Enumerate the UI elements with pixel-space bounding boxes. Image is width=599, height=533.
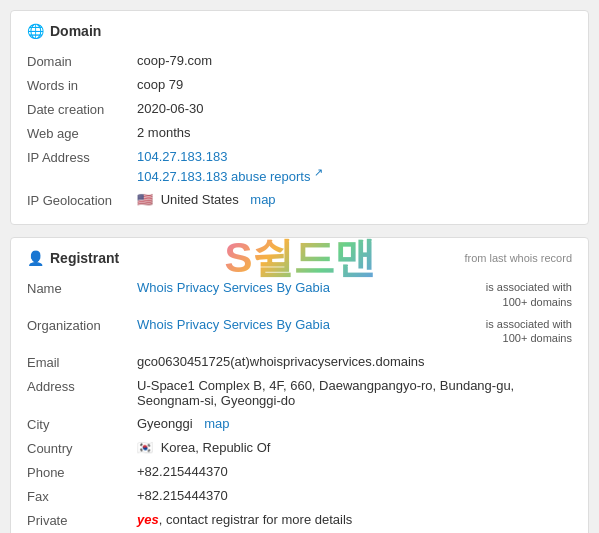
ip-address-link[interactable]: 104.27.183.183 (137, 149, 227, 164)
date-creation-value: 2020-06-30 (137, 101, 572, 116)
words-value: coop 79 (137, 77, 572, 92)
organization-row: Organization Whois Privacy Services By G… (27, 313, 572, 350)
date-creation-row: Date creation 2020-06-30 (27, 97, 572, 121)
ip-abuse-link[interactable]: 104.27.183.183 abuse reports ↗ (137, 166, 572, 184)
name-row: Name Whois Privacy Services By Gabia is … (27, 276, 572, 313)
country-row: Country 🇰🇷 Korea, Republic Of (27, 436, 572, 460)
words-row: Words in coop 79 (27, 73, 572, 97)
email-label: Email (27, 354, 137, 370)
country-label: Country (27, 440, 137, 456)
from-last-whois: from last whois record (464, 252, 572, 264)
web-age-row: Web age 2 months (27, 121, 572, 145)
ip-address-value: 104.27.183.183 104.27.183.183 abuse repo… (137, 149, 572, 184)
domain-title-text: Domain (50, 23, 101, 39)
registrant-header: 👤 Registrant S쉴드맨 from last whois record (27, 250, 572, 266)
registrant-title-text: Registrant (50, 250, 119, 266)
ip-geolocation-label: IP Geolocation (27, 192, 137, 208)
ip-geolocation-row: IP Geolocation 🇺🇸 United States map (27, 188, 572, 212)
ip-address-label: IP Address (27, 149, 137, 165)
domain-label: Domain (27, 53, 137, 69)
domain-card: 🌐 Domain Domain coop-79.com Words in coo… (10, 10, 589, 225)
private-label: Private (27, 512, 137, 528)
words-label: Words in (27, 77, 137, 93)
domain-section-title: 🌐 Domain (27, 23, 572, 39)
address-value: U-Space1 Complex B, 4F, 660, Daewangpang… (137, 378, 572, 408)
private-row: Private yes, contact registrar for more … (27, 508, 572, 532)
city-map-link[interactable]: map (204, 416, 229, 431)
name-link[interactable]: Whois Privacy Services By Gabia (137, 280, 330, 295)
domain-row: Domain coop-79.com (27, 49, 572, 73)
email-value: gco0630451725(at)whoisprivacyservices.do… (137, 354, 572, 369)
geolocation-map-link[interactable]: map (250, 192, 275, 207)
registrant-title: 👤 Registrant (27, 250, 119, 266)
web-age-label: Web age (27, 125, 137, 141)
city-label: City (27, 416, 137, 432)
registrant-card: 👤 Registrant S쉴드맨 from last whois record… (10, 237, 589, 533)
name-label: Name (27, 280, 137, 296)
external-link-icon: ↗ (314, 166, 323, 178)
organization-value: Whois Privacy Services By Gabia (137, 317, 472, 332)
email-row: Email gco0630451725(at)whoisprivacyservi… (27, 350, 572, 374)
phone-label: Phone (27, 464, 137, 480)
phone-row: Phone +82.215444370 (27, 460, 572, 484)
fax-value: +82.215444370 (137, 488, 572, 503)
address-label: Address (27, 378, 137, 394)
date-creation-label: Date creation (27, 101, 137, 117)
domain-value: coop-79.com (137, 53, 572, 68)
page-wrapper: 🌐 Domain Domain coop-79.com Words in coo… (0, 0, 599, 533)
private-yes: yes (137, 512, 159, 527)
web-age-value: 2 months (137, 125, 572, 140)
ip-address-row: IP Address 104.27.183.183 104.27.183.183… (27, 145, 572, 188)
kr-flag: 🇰🇷 (137, 440, 153, 455)
us-flag: 🇺🇸 (137, 192, 153, 207)
ip-geolocation-value: 🇺🇸 United States map (137, 192, 572, 207)
organization-link[interactable]: Whois Privacy Services By Gabia (137, 317, 330, 332)
fax-label: Fax (27, 488, 137, 504)
registrant-icon: 👤 (27, 250, 44, 266)
name-value: Whois Privacy Services By Gabia (137, 280, 472, 295)
fax-row: Fax +82.215444370 (27, 484, 572, 508)
private-value: yes, contact registrar for more details (137, 512, 572, 527)
address-row: Address U-Space1 Complex B, 4F, 660, Dae… (27, 374, 572, 412)
organization-label: Organization (27, 317, 137, 333)
domain-icon: 🌐 (27, 23, 44, 39)
country-value: 🇰🇷 Korea, Republic Of (137, 440, 572, 455)
geolocation-country: United States (161, 192, 239, 207)
country-name: Korea, Republic Of (161, 440, 271, 455)
name-associated-note: is associated with 100+ domains (472, 280, 572, 309)
watermark-text: S쉴드맨 (224, 234, 374, 281)
organization-associated-note: is associated with 100+ domains (472, 317, 572, 346)
city-value: Gyeonggi map (137, 416, 572, 431)
city-row: City Gyeonggi map (27, 412, 572, 436)
private-detail: , contact registrar for more details (159, 512, 353, 527)
phone-value: +82.215444370 (137, 464, 572, 479)
